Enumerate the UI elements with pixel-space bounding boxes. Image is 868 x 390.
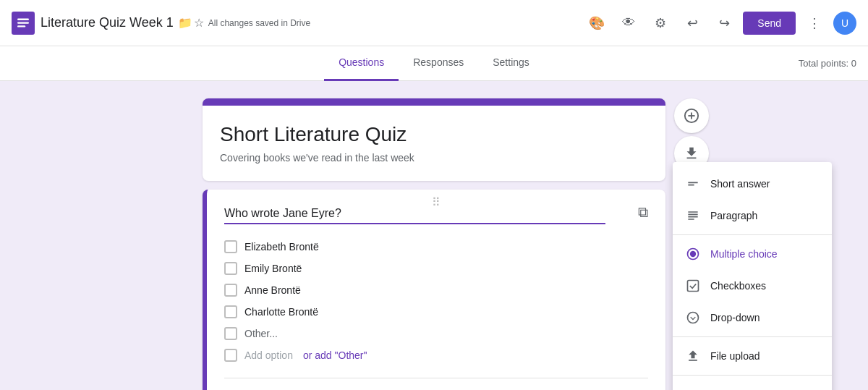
total-points-value: 0 <box>851 58 856 69</box>
file-upload-icon <box>684 347 702 365</box>
svg-point-10 <box>688 313 699 323</box>
menu-label-checkboxes: Checkboxes <box>710 280 766 292</box>
preview-icon[interactable]: 👁 <box>616 10 642 36</box>
option-row-3: Anne Brontë <box>224 279 648 301</box>
menu-item-checkboxes[interactable]: Checkboxes <box>673 270 832 302</box>
star-icon[interactable]: ☆ <box>194 16 204 30</box>
tab-responses[interactable]: Responses <box>399 46 478 81</box>
checkbox-other[interactable] <box>224 327 237 340</box>
menu-item-multiple-choice[interactable]: Multiple choice <box>673 238 832 270</box>
svg-rect-3 <box>17 25 25 27</box>
dropdown-icon <box>684 309 702 326</box>
tab-questions[interactable]: Questions <box>324 46 399 81</box>
option-row-1: Elizabeth Brontë <box>224 236 648 258</box>
menu-label-multiple-choice: Multiple choice <box>710 248 778 260</box>
svg-rect-1 <box>17 18 29 20</box>
drag-handle-icon[interactable]: ⠿ <box>432 195 441 209</box>
or-add-other-link[interactable]: or add "Other" <box>303 349 367 361</box>
title-icons: 📁 ☆ <box>178 16 204 30</box>
title-info: Literature Quiz Week 1 📁 ☆ All changes s… <box>41 15 310 30</box>
paragraph-icon <box>684 207 702 224</box>
menu-item-linear-scale[interactable]: Linear scale <box>673 378 832 390</box>
option-label-1: Elizabeth Brontë <box>244 241 319 253</box>
send-button[interactable]: Send <box>743 12 796 35</box>
undo-icon[interactable]: ↩ <box>679 10 705 36</box>
svg-point-8 <box>690 251 696 257</box>
add-question-icon <box>684 108 699 124</box>
saved-status: All changes saved in Drive <box>208 18 310 28</box>
menu-label-paragraph: Paragraph <box>710 210 757 221</box>
multiple-choice-icon <box>684 245 702 263</box>
redo-icon[interactable]: ↪ <box>711 10 737 36</box>
checkbox-4[interactable] <box>224 305 237 318</box>
svg-rect-9 <box>688 281 699 292</box>
option-label-2: Emily Brontë <box>244 263 302 274</box>
app-logo-icon <box>12 12 35 35</box>
checkbox-3[interactable] <box>224 284 237 297</box>
checkbox-add <box>224 349 237 362</box>
menu-divider-3 <box>673 375 832 376</box>
linear-scale-icon <box>684 386 702 390</box>
menu-label-short-answer: Short answer <box>710 178 770 190</box>
option-label-other: Other... <box>244 328 278 339</box>
question-footer: Answer key (0 points) ⧉ <box>224 378 648 390</box>
copy-question-icon[interactable]: ⧉ <box>638 204 648 221</box>
checkbox-2[interactable] <box>224 262 237 275</box>
menu-item-dropdown[interactable]: Drop-down <box>673 302 832 334</box>
svg-rect-2 <box>17 22 29 23</box>
menu-item-paragraph[interactable]: Paragraph <box>673 200 832 232</box>
folder-icon[interactable]: 📁 <box>178 16 192 30</box>
menu-item-file-upload[interactable]: File upload <box>673 340 832 372</box>
option-label-3: Anne Brontë <box>244 284 301 296</box>
menu-item-short-answer[interactable]: Short answer <box>673 168 832 200</box>
menu-divider-1 <box>673 234 832 235</box>
add-option-label[interactable]: Add option <box>244 349 293 361</box>
question-type-dropdown: Short answer Paragraph Multiple choice C… <box>673 162 832 390</box>
checkbox-1[interactable] <box>224 240 237 253</box>
option-row-other: Other... <box>224 323 648 344</box>
palette-icon[interactable]: 🎨 <box>584 10 610 36</box>
option-row-add[interactable]: Add option or add "Other" <box>224 344 648 366</box>
tabs-bar: Questions Responses Settings Total point… <box>0 46 868 81</box>
top-bar: Literature Quiz Week 1 📁 ☆ All changes s… <box>0 0 868 46</box>
total-points: Total points: 0 <box>799 58 856 69</box>
option-label-4: Charlotte Brontë <box>244 306 318 318</box>
add-question-tool[interactable] <box>674 98 709 133</box>
top-bar-left: Literature Quiz Week 1 📁 ☆ All changes s… <box>12 12 310 35</box>
short-answer-icon <box>684 175 702 192</box>
menu-label-file-upload: File upload <box>710 350 760 362</box>
form-description: Covering books we've read in the last we… <box>220 152 648 164</box>
tab-settings[interactable]: Settings <box>478 46 544 81</box>
checkboxes-icon <box>684 277 702 294</box>
question-input[interactable] <box>224 204 605 224</box>
form-container: Short Literature Quiz Covering books we'… <box>203 98 665 373</box>
menu-label-dropdown: Drop-down <box>710 312 760 323</box>
top-bar-actions: 🎨 👁 ⚙ ↩ ↪ Send ⋮ U <box>584 10 856 36</box>
option-row-2: Emily Brontë <box>224 258 648 279</box>
total-points-label: Total points: <box>799 58 848 69</box>
copy-icon-footer[interactable]: ⧉ <box>622 387 648 390</box>
option-row-4: Charlotte Brontë <box>224 301 648 323</box>
app-title: Literature Quiz Week 1 <box>41 15 174 30</box>
more-options-icon[interactable]: ⋮ <box>801 10 827 36</box>
main-content: Short Literature Quiz Covering books we'… <box>0 81 868 390</box>
form-header-card: Short Literature Quiz Covering books we'… <box>203 98 665 181</box>
form-title: Short Literature Quiz <box>220 123 648 146</box>
menu-divider-2 <box>673 336 832 337</box>
import-icon <box>684 145 699 161</box>
question-card: ⠿ ⧉ Elizabeth Brontë Emily Brontë Anne B… <box>203 190 665 390</box>
settings-icon[interactable]: ⚙ <box>647 10 673 36</box>
avatar[interactable]: U <box>833 12 856 35</box>
